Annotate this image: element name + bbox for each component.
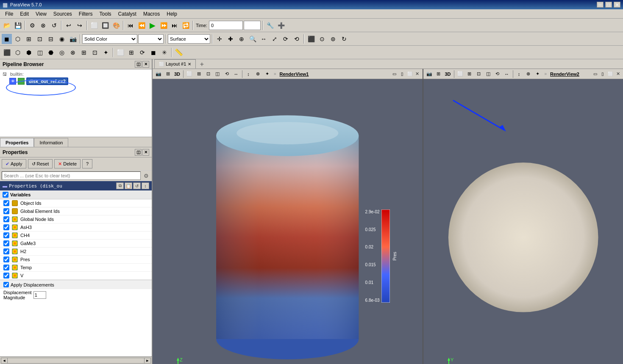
vt-zoom-btn[interactable]: ⊞ — [164, 70, 172, 78]
play-back-button[interactable]: ⏪ — [136, 20, 147, 30]
filter-btn-8[interactable]: ⊞ — [79, 47, 89, 58]
settings-button[interactable]: 🔧 — [265, 20, 275, 30]
vis-btn-5[interactable]: ⊟ — [46, 34, 56, 44]
layout-tab-close[interactable]: ✕ — [188, 62, 191, 66]
view-btn-4[interactable]: ↻ — [339, 34, 349, 44]
var-cb-ash3[interactable] — [3, 224, 9, 230]
undo-button[interactable]: ↩ — [64, 20, 74, 30]
vt-view5-btn[interactable]: ⟲ — [222, 70, 231, 78]
var-cb-h2[interactable] — [3, 248, 9, 254]
vt-close-button[interactable]: ✕ — [414, 71, 421, 77]
visibility-toggle[interactable]: 👁 — [9, 78, 16, 85]
vt-view2-btn[interactable]: ⊞ — [195, 70, 203, 78]
var-cb-pres[interactable] — [3, 256, 9, 262]
vt-camera-btn[interactable]: 📷 — [154, 70, 163, 78]
vt-max-button[interactable]: ⬜ — [406, 71, 413, 77]
vt2-view3-btn[interactable]: ⊡ — [475, 70, 483, 78]
refresh-button[interactable]: ↺ — [49, 20, 59, 30]
view-btn-2[interactable]: ⊙ — [317, 34, 327, 44]
filter-btn-10[interactable]: ✦ — [101, 47, 111, 58]
vt-3d-btn[interactable]: 3D — [173, 70, 181, 78]
interact-btn-6[interactable]: ⤢ — [270, 34, 280, 44]
vt-view6-btn[interactable]: ↔ — [232, 70, 240, 78]
vt2-close-button[interactable]: ✕ — [615, 71, 621, 77]
interact-btn-2[interactable]: ✚ — [225, 34, 236, 44]
interact-btn-4[interactable]: 🔍 — [248, 34, 258, 44]
interact-btn-1[interactable]: ✛ — [214, 34, 225, 44]
props-paste-button[interactable]: 📋 — [125, 182, 132, 189]
vt-view7-btn[interactable]: ↕ — [244, 70, 253, 78]
play-end-button[interactable]: ⏭ — [170, 20, 180, 30]
vt2-zoom-btn[interactable]: ⊞ — [434, 70, 443, 78]
var-cb-v[interactable] — [3, 273, 9, 279]
interact-btn-7[interactable]: ⟳ — [281, 34, 291, 44]
interact-btn-5[interactable]: ↔ — [259, 34, 269, 44]
delete-button[interactable]: ✕ Delete — [54, 159, 81, 168]
search-settings-icon[interactable]: ⚙ — [142, 172, 150, 179]
vt-view1-btn[interactable]: ⬜ — [185, 70, 194, 78]
ruler-btn[interactable]: 📏 — [174, 47, 184, 58]
surface-select[interactable]: Surface — [168, 34, 210, 44]
variables-select-all[interactable] — [3, 192, 8, 198]
filter-btn-7[interactable]: ⊗ — [68, 47, 78, 58]
time-step-input[interactable] — [244, 21, 261, 30]
var-cb-ch4[interactable] — [3, 232, 9, 238]
search-input[interactable] — [2, 171, 141, 180]
var-cb-global-node-ids[interactable] — [3, 216, 9, 222]
filter-btn-4[interactable]: ◫ — [35, 47, 45, 58]
layout-tab-1[interactable]: ⬜ Layout #1 ✕ — [154, 59, 196, 69]
props-copy-button[interactable]: ⧉ — [116, 182, 124, 189]
vt2-split-h-button[interactable]: ▭ — [592, 71, 598, 77]
vt-view8-btn[interactable]: ⊗ — [253, 70, 262, 78]
extra-button[interactable]: ➕ — [276, 20, 286, 30]
vis-btn-4[interactable]: ⊡ — [35, 34, 45, 44]
vis-btn-3[interactable]: ⊞ — [24, 34, 34, 44]
vis-btn-6[interactable]: ◉ — [57, 34, 67, 44]
var-cb-object-ids[interactable] — [3, 200, 9, 206]
representation-select-2[interactable] — [138, 34, 164, 44]
vt2-view4-btn[interactable]: ◫ — [484, 70, 492, 78]
play-start-button[interactable]: ⏮ — [125, 20, 136, 30]
vt-view9-btn[interactable]: ✦ — [263, 70, 271, 78]
filter-btn-2[interactable]: ⬡ — [13, 47, 23, 58]
vt2-split-v-button[interactable]: ▯ — [599, 71, 606, 77]
menu-help[interactable]: Help — [163, 10, 181, 18]
play-forward-button[interactable]: ⏩ — [159, 20, 169, 30]
filter-btn-3[interactable]: ⬢ — [24, 47, 34, 58]
vt2-3d-btn[interactable]: 3D — [444, 70, 452, 78]
var-cb-game3[interactable] — [3, 240, 9, 246]
vt-view3-btn[interactable]: ⊡ — [204, 70, 212, 78]
interact-btn-8[interactable]: ⟲ — [292, 34, 302, 44]
add-layout-button[interactable]: + — [197, 60, 206, 69]
props-close-button[interactable]: ✕ — [142, 149, 149, 156]
tab-properties[interactable]: Properties — [0, 138, 34, 147]
vt-split-h-button[interactable]: ▭ — [391, 71, 398, 77]
horizontal-scrollbar[interactable] — [8, 358, 144, 364]
apply-displacements-checkbox[interactable] — [3, 282, 9, 287]
reset-button[interactable]: ↺ Reset — [28, 159, 53, 168]
pipeline-close-button[interactable]: ✕ — [142, 61, 149, 68]
vt-split-v-button[interactable]: ▯ — [399, 71, 406, 77]
render-canvas-2[interactable]: Y X Z — [423, 79, 623, 364]
menu-view[interactable]: View — [32, 10, 50, 18]
var-cb-global-element-ids[interactable] — [3, 208, 9, 214]
play-button[interactable]: ▶ — [147, 20, 158, 30]
view-btn-1[interactable]: ⬛ — [306, 34, 316, 44]
camera-zoom[interactable]: 🔲 — [100, 20, 110, 30]
scroll-left-button[interactable]: ◄ — [1, 358, 8, 364]
open-file-button[interactable]: 📂 — [2, 20, 12, 30]
save-button[interactable]: 💾 — [13, 20, 23, 30]
menu-edit[interactable]: Edit — [17, 10, 32, 18]
filter-btn-1[interactable]: ⬛ — [2, 47, 12, 58]
apply-button[interactable]: ✔ Apply — [2, 159, 26, 168]
var-cb-temp[interactable] — [3, 265, 9, 270]
menu-sources[interactable]: Sources — [50, 10, 75, 18]
vt2-camera-btn[interactable]: 📷 — [425, 70, 434, 78]
file-label-selected[interactable]: disk_out_ref.ex2 — [26, 77, 68, 85]
vt2-view5-btn[interactable]: ⟲ — [493, 70, 502, 78]
filter-btn-5[interactable]: ⬣ — [46, 47, 56, 58]
displacement-magnitude-input[interactable] — [33, 291, 46, 299]
menu-file[interactable]: File — [2, 10, 17, 18]
time-input[interactable] — [209, 21, 243, 30]
select-btn-5[interactable]: ✳ — [159, 47, 170, 58]
